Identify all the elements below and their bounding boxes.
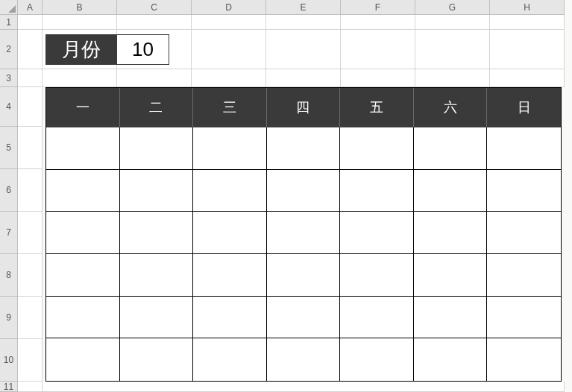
cell-A2[interactable] <box>18 30 43 69</box>
cal-cell-r2c5[interactable] <box>340 170 414 212</box>
cell-G2[interactable] <box>415 30 490 69</box>
col-head-D[interactable]: D <box>192 0 266 15</box>
cal-cell-r4c2[interactable] <box>120 254 194 297</box>
cal-cell-r1c6[interactable] <box>414 127 488 170</box>
cal-cell-r1c3[interactable] <box>193 127 267 170</box>
cal-cell-r6c7[interactable] <box>487 338 561 381</box>
cal-cell-r4c7[interactable] <box>487 254 561 297</box>
cal-cell-r1c1[interactable] <box>46 127 120 170</box>
col-head-H[interactable]: H <box>490 0 565 15</box>
cell-A11[interactable] <box>18 382 43 392</box>
cal-cell-r2c4[interactable] <box>267 170 341 212</box>
cell-G1[interactable] <box>415 15 490 30</box>
cal-cell-r1c7[interactable] <box>487 127 561 170</box>
cell-E1[interactable] <box>266 15 341 30</box>
row-head-4[interactable]: 4 <box>0 87 18 127</box>
col-head-F[interactable]: F <box>341 0 415 15</box>
col-head-B[interactable]: B <box>43 0 117 15</box>
cell-F2[interactable] <box>341 30 415 69</box>
cal-cell-r4c6[interactable] <box>414 254 488 297</box>
select-all-corner[interactable] <box>0 0 18 15</box>
row-head-10[interactable]: 10 <box>0 339 18 382</box>
cell-D2[interactable] <box>192 30 266 69</box>
cal-cell-r5c5[interactable] <box>340 297 414 339</box>
col-head-C[interactable]: C <box>117 0 192 15</box>
cell-A8[interactable] <box>18 254 43 297</box>
cell-F3[interactable] <box>341 69 415 87</box>
cell-row11-rest[interactable] <box>43 382 565 392</box>
cal-cell-r3c5[interactable] <box>340 212 414 254</box>
cell-B3[interactable] <box>43 69 117 87</box>
cal-cell-r3c6[interactable] <box>414 212 488 254</box>
cal-cell-r2c3[interactable] <box>193 170 267 212</box>
cal-cell-r2c7[interactable] <box>487 170 561 212</box>
cal-cell-r1c4[interactable] <box>267 127 341 170</box>
cell-F1[interactable] <box>341 15 415 30</box>
cal-cell-r4c3[interactable] <box>193 254 267 297</box>
cell-E3[interactable] <box>266 69 341 87</box>
cell-D1[interactable] <box>192 15 266 30</box>
cal-cell-r3c7[interactable] <box>487 212 561 254</box>
cal-cell-r2c2[interactable] <box>120 170 194 212</box>
cal-cell-r5c6[interactable] <box>414 297 488 339</box>
cal-cell-r4c1[interactable] <box>46 254 120 297</box>
cell-C1[interactable] <box>117 15 192 30</box>
cal-cell-r6c5[interactable] <box>340 338 414 381</box>
row-head-3[interactable]: 3 <box>0 69 18 87</box>
cal-cell-r2c6[interactable] <box>414 170 488 212</box>
cell-A4[interactable] <box>18 87 43 127</box>
cal-cell-r6c2[interactable] <box>120 338 194 381</box>
month-label: 月份 <box>45 34 117 65</box>
cal-cell-r4c5[interactable] <box>340 254 414 297</box>
cell-A10[interactable] <box>18 339 43 382</box>
cell-A5[interactable] <box>18 127 43 169</box>
cal-cell-r3c1[interactable] <box>46 212 120 254</box>
weekday-head-mon: 一 <box>46 88 120 127</box>
calendar-table: 一 二 三 四 五 六 日 <box>45 87 562 382</box>
cal-cell-r4c4[interactable] <box>267 254 341 297</box>
cal-cell-r3c2[interactable] <box>120 212 194 254</box>
col-head-G[interactable]: G <box>415 0 490 15</box>
row-head-8[interactable]: 8 <box>0 254 18 297</box>
cell-H3[interactable] <box>490 69 565 87</box>
weekday-head-sun: 日 <box>487 88 561 127</box>
col-head-A[interactable]: A <box>18 0 43 15</box>
cell-A1[interactable] <box>18 15 43 30</box>
cal-cell-r5c2[interactable] <box>120 297 194 339</box>
cell-G3[interactable] <box>415 69 490 87</box>
cell-A6[interactable] <box>18 169 43 212</box>
cal-cell-r2c1[interactable] <box>46 170 120 212</box>
cell-D3[interactable] <box>192 69 266 87</box>
cal-cell-r6c3[interactable] <box>193 338 267 381</box>
row-head-9[interactable]: 9 <box>0 297 18 339</box>
cell-C3[interactable] <box>117 69 192 87</box>
row-head-2[interactable]: 2 <box>0 30 18 69</box>
cell-H2[interactable] <box>490 30 565 69</box>
cal-cell-r6c6[interactable] <box>414 338 488 381</box>
cal-cell-r1c5[interactable] <box>340 127 414 170</box>
cal-cell-r5c7[interactable] <box>487 297 561 339</box>
cal-cell-r3c3[interactable] <box>193 212 267 254</box>
cell-A9[interactable] <box>18 297 43 339</box>
row-head-7[interactable]: 7 <box>0 212 18 254</box>
cal-cell-r3c4[interactable] <box>267 212 341 254</box>
weekday-head-thu: 四 <box>267 88 341 127</box>
cell-H1[interactable] <box>490 15 565 30</box>
weekday-head-wed: 三 <box>193 88 267 127</box>
row-head-11[interactable]: 11 <box>0 382 18 392</box>
cell-E2[interactable] <box>266 30 341 69</box>
cal-cell-r6c1[interactable] <box>46 338 120 381</box>
row-head-5[interactable]: 5 <box>0 127 18 169</box>
cal-cell-r5c1[interactable] <box>46 297 120 339</box>
cal-cell-r6c4[interactable] <box>267 338 341 381</box>
cell-B1[interactable] <box>43 15 117 30</box>
cell-A3[interactable] <box>18 69 43 87</box>
row-head-6[interactable]: 6 <box>0 169 18 212</box>
month-value-cell[interactable]: 10 <box>117 34 169 65</box>
cal-cell-r5c3[interactable] <box>193 297 267 339</box>
col-head-E[interactable]: E <box>266 0 341 15</box>
cal-cell-r5c4[interactable] <box>267 297 341 339</box>
row-head-1[interactable]: 1 <box>0 15 18 30</box>
cal-cell-r1c2[interactable] <box>120 127 194 170</box>
cell-A7[interactable] <box>18 212 43 254</box>
